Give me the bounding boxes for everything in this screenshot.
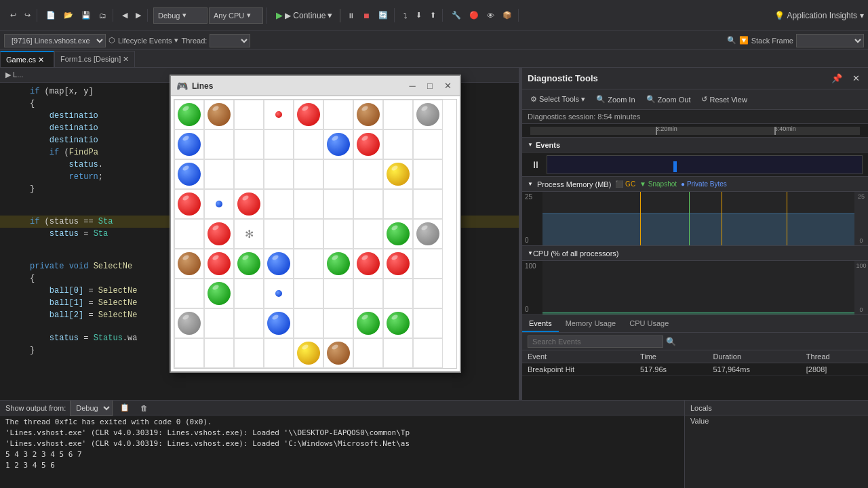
cell-0-8[interactable] xyxy=(413,100,443,129)
new-button[interactable]: 📄 xyxy=(43,9,59,22)
cell-2-8[interactable] xyxy=(413,159,443,189)
cell-0-3[interactable] xyxy=(264,100,294,129)
cell-6-5[interactable] xyxy=(323,279,353,308)
redo-button[interactable]: ↪ xyxy=(21,9,34,22)
cell-0-0[interactable] xyxy=(174,100,204,129)
cell-0-6[interactable] xyxy=(353,100,383,129)
cell-4-7[interactable] xyxy=(383,219,413,249)
tab-game-cs[interactable]: Game.cs ✕ xyxy=(0,51,54,67)
diag-close-button[interactable]: ✕ xyxy=(849,72,863,85)
events-pause-button[interactable]: ⏸ xyxy=(528,157,544,172)
output-source-selector[interactable]: Debug xyxy=(70,401,113,416)
cell-1-4[interactable] xyxy=(294,129,323,159)
cell-7-3[interactable] xyxy=(264,308,294,338)
cell-4-3[interactable] xyxy=(264,219,294,249)
debug-tools-button[interactable]: 🔧 xyxy=(448,9,465,22)
modules-button[interactable]: 📦 xyxy=(499,9,515,22)
process-selector[interactable]: [9716] Lines.vshost.exe xyxy=(4,34,106,47)
cell-7-7[interactable] xyxy=(383,308,413,338)
cell-5-2[interactable] xyxy=(234,249,264,279)
cell-3-8[interactable] xyxy=(413,189,443,219)
cell-5-6[interactable] xyxy=(353,249,383,279)
output-clear-button[interactable]: 🗑 xyxy=(137,402,151,414)
cell-1-5[interactable] xyxy=(323,129,353,159)
cell-4-1[interactable] xyxy=(204,219,234,249)
splitter-vertical[interactable] xyxy=(519,68,521,400)
cell-4-4[interactable] xyxy=(294,219,323,249)
search-events-input[interactable] xyxy=(528,336,663,348)
cell-8-4[interactable] xyxy=(294,338,323,368)
cell-4-6[interactable] xyxy=(353,219,383,249)
cell-2-4[interactable] xyxy=(294,159,323,189)
cell-3-0[interactable] xyxy=(174,189,204,219)
debug-dropdown[interactable]: Debug ▾ xyxy=(153,7,208,24)
continue-button[interactable]: ▶ ▶ Continue ▾ xyxy=(272,8,336,22)
step-into-button[interactable]: ⬇ xyxy=(412,9,425,22)
cell-5-3[interactable] xyxy=(264,249,294,279)
cell-5-4[interactable] xyxy=(294,249,323,279)
save-all-button[interactable]: 🗂 xyxy=(96,9,110,22)
diag-tab-cpu[interactable]: CPU Usage xyxy=(623,316,675,332)
output-copy-button[interactable]: 📋 xyxy=(117,401,133,414)
pause-button[interactable]: ⏸ xyxy=(344,9,358,22)
cell-5-0[interactable] xyxy=(174,249,204,279)
cell-3-6[interactable] xyxy=(353,189,383,219)
cell-7-1[interactable] xyxy=(204,308,234,338)
cell-5-1[interactable] xyxy=(204,249,234,279)
cell-8-5[interactable] xyxy=(323,338,353,368)
watch-button[interactable]: 👁 xyxy=(484,9,498,22)
tab-form1-design[interactable]: Form1.cs [Design] ✕ xyxy=(54,51,135,67)
cell-6-6[interactable] xyxy=(353,279,383,308)
cell-6-2[interactable] xyxy=(234,279,264,308)
cell-2-3[interactable] xyxy=(264,159,294,189)
cell-1-0[interactable] xyxy=(174,129,204,159)
cell-1-2[interactable] xyxy=(234,129,264,159)
cell-7-4[interactable] xyxy=(294,308,323,338)
thread-selector[interactable] xyxy=(210,34,250,47)
cell-8-6[interactable] xyxy=(353,338,383,368)
close-button[interactable]: ✕ xyxy=(441,79,454,93)
cell-3-2[interactable] xyxy=(234,189,264,219)
cell-1-3[interactable] xyxy=(264,129,294,159)
cell-5-5[interactable] xyxy=(323,249,353,279)
cell-2-5[interactable] xyxy=(323,159,353,189)
select-tools-button[interactable]: ⚙ Select Tools ▾ xyxy=(528,94,588,105)
cell-4-8[interactable] xyxy=(413,219,443,249)
cell-2-7[interactable] xyxy=(383,159,413,189)
cell-8-1[interactable] xyxy=(204,338,234,368)
zoom-in-button[interactable]: 🔍 Zoom In xyxy=(593,94,637,105)
cell-0-5[interactable] xyxy=(323,100,353,129)
cell-0-2[interactable] xyxy=(234,100,264,129)
reset-view-button[interactable]: ↺ Reset View xyxy=(698,94,749,105)
cell-1-6[interactable] xyxy=(353,129,383,159)
cell-3-3[interactable] xyxy=(264,189,294,219)
cell-8-8[interactable] xyxy=(413,338,443,368)
cell-0-4[interactable] xyxy=(294,100,323,129)
undo-button[interactable]: ↩ xyxy=(7,9,20,22)
cell-5-7[interactable] xyxy=(383,249,413,279)
cell-7-0[interactable] xyxy=(174,308,204,338)
minimize-button[interactable]: ─ xyxy=(406,79,419,93)
cell-1-1[interactable] xyxy=(204,129,234,159)
stack-frame-selector[interactable] xyxy=(796,34,864,47)
cell-6-1[interactable] xyxy=(204,279,234,308)
cell-6-8[interactable] xyxy=(413,279,443,308)
cell-6-7[interactable] xyxy=(383,279,413,308)
cell-3-7[interactable] xyxy=(383,189,413,219)
maximize-button[interactable]: □ xyxy=(423,79,437,93)
save-button[interactable]: 💾 xyxy=(78,9,94,22)
stop-button[interactable]: ⏹ xyxy=(359,9,374,22)
diag-tab-events[interactable]: Events xyxy=(522,316,559,332)
cell-4-2[interactable]: ✻ xyxy=(234,219,264,249)
zoom-out-button[interactable]: 🔍 Zoom Out xyxy=(644,94,694,105)
cpu-dropdown[interactable]: Any CPU ▾ xyxy=(209,7,263,24)
cell-1-8[interactable] xyxy=(413,129,443,159)
restart-button[interactable]: 🔄 xyxy=(375,9,391,22)
cell-2-1[interactable] xyxy=(204,159,234,189)
cell-0-1[interactable] xyxy=(204,100,234,129)
cell-5-8[interactable] xyxy=(413,249,443,279)
diag-tab-memory[interactable]: Memory Usage xyxy=(559,316,623,332)
cell-8-0[interactable] xyxy=(174,338,204,368)
cell-4-0[interactable] xyxy=(174,219,204,249)
cell-7-5[interactable] xyxy=(323,308,353,338)
